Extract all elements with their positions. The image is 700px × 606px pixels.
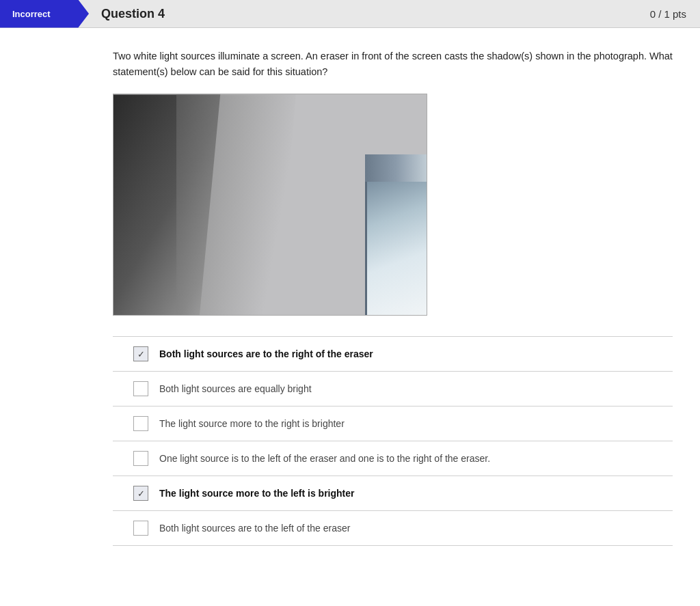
question-header: Incorrect Question 4 0 / 1 pts bbox=[0, 0, 700, 28]
checkbox-3[interactable] bbox=[133, 416, 148, 431]
checkmark-icon: ✓ bbox=[137, 349, 145, 359]
question-title: Question 4 bbox=[101, 7, 650, 21]
checkbox-2[interactable] bbox=[133, 381, 148, 396]
checkbox-5[interactable]: ✓ bbox=[133, 486, 148, 501]
options-section: ✓Both light sources are to the right of … bbox=[113, 336, 673, 546]
question-image bbox=[113, 94, 427, 316]
option-label-6: Both light sources are to the left of th… bbox=[159, 523, 350, 534]
incorrect-badge: Incorrect bbox=[0, 0, 89, 28]
option-label-4: One light source is to the left of the e… bbox=[159, 453, 490, 464]
option-row-6[interactable]: Both light sources are to the left of th… bbox=[113, 511, 673, 546]
option-row-3[interactable]: The light source more to the right is br… bbox=[113, 407, 673, 441]
checkmark-icon: ✓ bbox=[137, 488, 145, 499]
option-row-1[interactable]: ✓Both light sources are to the right of … bbox=[113, 337, 673, 372]
incorrect-label: Incorrect bbox=[12, 9, 51, 19]
content-area: Two white light sources illuminate a scr… bbox=[0, 28, 700, 566]
question-text: Two white light sources illuminate a scr… bbox=[113, 49, 673, 80]
checkbox-6[interactable] bbox=[133, 521, 148, 536]
pts-label: 0 / 1 pts bbox=[650, 8, 686, 20]
option-label-2: Both light sources are equally bright bbox=[159, 383, 312, 394]
checkbox-4[interactable] bbox=[133, 451, 148, 466]
option-label-1: Both light sources are to the right of t… bbox=[159, 348, 373, 359]
option-row-5[interactable]: ✓The light source more to the left is br… bbox=[113, 476, 673, 511]
option-row-4[interactable]: One light source is to the left of the e… bbox=[113, 441, 673, 476]
option-label-5: The light source more to the left is bri… bbox=[159, 488, 354, 499]
checkbox-1[interactable]: ✓ bbox=[133, 346, 148, 361]
option-row-2[interactable]: Both light sources are equally bright bbox=[113, 372, 673, 407]
page-wrapper: Incorrect Question 4 0 / 1 pts Two white… bbox=[0, 0, 700, 606]
option-label-3: The light source more to the right is br… bbox=[159, 418, 345, 429]
